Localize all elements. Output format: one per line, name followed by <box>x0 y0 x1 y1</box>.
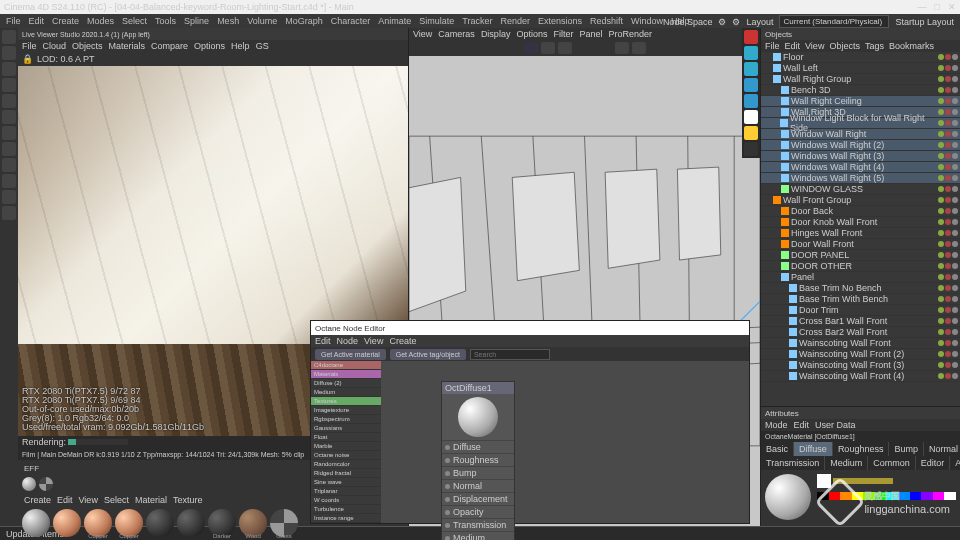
menu-item[interactable]: Options <box>516 29 547 39</box>
material-ball[interactable]: Copper Trim <box>115 509 143 537</box>
menu-item[interactable]: Cameras <box>438 29 475 39</box>
menu-item[interactable]: Tracker <box>462 16 492 26</box>
object-row[interactable]: Base Trim With Bench <box>761 294 960 305</box>
node-input-row[interactable]: Transmission <box>442 518 514 531</box>
tool-icon[interactable] <box>2 174 16 188</box>
object-row[interactable]: DOOR PANEL <box>761 250 960 261</box>
attr-tab[interactable]: Assign <box>950 456 960 470</box>
object-row[interactable]: Door Trim <box>761 305 960 316</box>
menu-item[interactable]: File <box>22 41 37 51</box>
object-row[interactable]: Wall Front Group <box>761 195 960 206</box>
menu-item[interactable]: View <box>79 495 98 505</box>
tool-icon[interactable] <box>2 78 16 92</box>
node-search-input[interactable] <box>470 349 550 360</box>
node-type-list[interactable]: C4doctaneMaterialsDiffuse (2)MediumTextu… <box>311 361 381 523</box>
attr-preview-ball[interactable] <box>765 474 811 520</box>
attr-tab[interactable]: Medium <box>825 456 868 470</box>
menu-item[interactable]: GS <box>256 41 269 51</box>
tool-icon[interactable] <box>744 46 758 60</box>
object-row[interactable]: Windows Wall Right (2) <box>761 140 960 151</box>
material-ball[interactable]: Wood Floor <box>239 509 267 537</box>
gear-icon[interactable]: ⚙ <box>732 17 740 27</box>
menu-item[interactable]: Simulate <box>419 16 454 26</box>
menu-item[interactable]: Material <box>135 495 167 505</box>
tool-icon[interactable] <box>2 62 16 76</box>
menu-item[interactable]: Tags <box>865 41 884 51</box>
attr-tab[interactable]: Normal <box>924 442 960 456</box>
node-list-item[interactable]: Rgbspectrum <box>311 415 381 424</box>
gear-icon[interactable]: ⚙ <box>718 17 726 27</box>
node-input-row[interactable]: Opacity <box>442 505 514 518</box>
tool-icon[interactable] <box>744 126 758 140</box>
lock-icon[interactable]: 🔒 <box>22 54 33 64</box>
node-list-item[interactable]: Octane noise <box>311 451 381 460</box>
menu-item[interactable]: File <box>6 16 21 26</box>
material-ball[interactable]: Glass Window <box>270 509 298 537</box>
startup-layout-label[interactable]: Startup Layout <box>895 17 954 27</box>
maximize-button[interactable]: □ <box>935 2 940 12</box>
menu-item[interactable]: Panel <box>579 29 602 39</box>
node-list-item[interactable]: Materials <box>311 370 381 379</box>
node-list-item[interactable]: Sine wave <box>311 478 381 487</box>
menu-item[interactable]: Mesh <box>217 16 239 26</box>
object-row[interactable]: Door Back <box>761 206 960 217</box>
object-row[interactable]: Hinges Wall Front <box>761 228 960 239</box>
object-row[interactable]: Windows Wall Right (3) <box>761 151 960 162</box>
attr-tab[interactable]: Diffuse <box>794 442 833 456</box>
node-list-item[interactable]: Gaussians <box>311 424 381 433</box>
material-ball[interactable]: Dark Wall <box>177 509 205 537</box>
node-list-item[interactable]: W coords <box>311 496 381 505</box>
object-row[interactable]: Panel <box>761 272 960 283</box>
node-input-row[interactable]: Bump <box>442 466 514 479</box>
node-canvas[interactable]: OctDiffuse1 DiffuseRoughnessBumpNormalDi… <box>381 361 749 523</box>
menu-item[interactable]: Node <box>337 336 359 346</box>
attr-tab[interactable]: Transmission <box>761 456 825 470</box>
vp-nav-icon[interactable] <box>541 42 555 54</box>
tool-icon[interactable] <box>2 126 16 140</box>
menu-item[interactable]: User Data <box>815 420 856 430</box>
menu-item[interactable]: Display <box>481 29 511 39</box>
material-ball[interactable]: Copper <box>53 509 81 537</box>
object-tree[interactable]: FloorWall LeftWall Right GroupBench 3DWa… <box>761 52 960 406</box>
menu-item[interactable]: Animate <box>378 16 411 26</box>
menu-item[interactable]: View <box>413 29 432 39</box>
material-node[interactable]: OctDiffuse1 DiffuseRoughnessBumpNormalDi… <box>441 381 515 540</box>
menu-item[interactable]: Edit <box>315 336 331 346</box>
node-input-row[interactable]: Diffuse <box>442 440 514 453</box>
object-row[interactable]: Wall Right Ceiling <box>761 96 960 107</box>
attr-tab[interactable]: Bump <box>889 442 924 456</box>
object-row[interactable]: DOOR OTHER <box>761 261 960 272</box>
tool-icon[interactable] <box>744 110 758 124</box>
node-input-row[interactable]: Normal <box>442 479 514 492</box>
node-input-row[interactable]: Roughness <box>442 453 514 466</box>
tool-icon[interactable] <box>744 142 758 156</box>
menu-item[interactable]: Compare <box>151 41 188 51</box>
menu-item[interactable]: Render <box>500 16 530 26</box>
layout-dropdown[interactable] <box>779 15 889 28</box>
node-list-item[interactable]: Randomcolor <box>311 460 381 469</box>
menu-item[interactable]: View <box>805 41 824 51</box>
node-list-item[interactable]: Triplanar <box>311 487 381 496</box>
tool-icon[interactable] <box>2 94 16 108</box>
material-ball-icon[interactable] <box>22 477 36 491</box>
menu-item[interactable]: Edit <box>785 41 801 51</box>
object-row[interactable]: WINDOW GLASS <box>761 184 960 195</box>
menu-item[interactable]: Extensions <box>538 16 582 26</box>
menu-item[interactable]: Character <box>331 16 371 26</box>
menu-item[interactable]: Spline <box>184 16 209 26</box>
menu-item[interactable]: Cloud <box>43 41 67 51</box>
menu-item[interactable]: Filter <box>553 29 573 39</box>
object-row[interactable]: Windows Wall Right (4) <box>761 162 960 173</box>
menu-item[interactable]: Edit <box>794 420 810 430</box>
menu-item[interactable]: Create <box>52 16 79 26</box>
menu-item[interactable]: Create <box>389 336 416 346</box>
menu-item[interactable]: Options <box>194 41 225 51</box>
menu-item[interactable]: Modes <box>87 16 114 26</box>
vp-nav-icon[interactable] <box>558 42 572 54</box>
attr-tab[interactable]: Basic <box>761 442 794 456</box>
tool-icon[interactable] <box>744 78 758 92</box>
menu-item[interactable]: Help <box>231 41 250 51</box>
vp-nav-icon[interactable] <box>615 42 629 54</box>
material-ball[interactable]: Chrome <box>22 509 50 537</box>
menu-item[interactable]: Select <box>122 16 147 26</box>
